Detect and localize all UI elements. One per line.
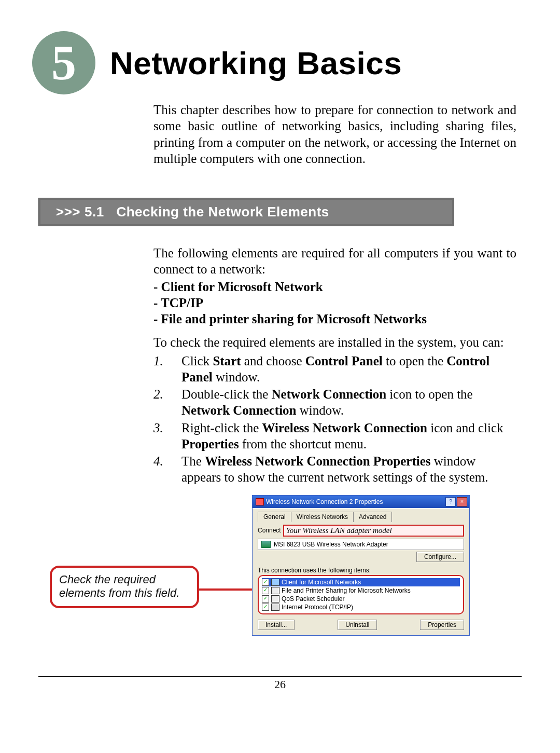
connection-items-list[interactable]: ✓ Client for Microsoft Networks ✓ File a…	[258, 575, 464, 614]
tab-strip: General Wireless Networks Advanced	[258, 512, 464, 522]
list-item[interactable]: ✓ Client for Microsoft Networks	[262, 578, 460, 586]
chapter-number-badge: 5	[32, 31, 95, 94]
service-icon	[271, 587, 279, 594]
callout-box: Check the required elements from this fi…	[50, 566, 199, 609]
list-item[interactable]: ✓ File and Printer Sharing for Microsoft…	[262, 586, 460, 595]
list-item-label: QoS Packet Scheduler	[282, 595, 344, 603]
uninstall-button[interactable]: Uninstall	[338, 620, 377, 630]
list-item-label: File and Printer Sharing for Microsoft N…	[282, 587, 411, 594]
section-title: Checking the Network Elements	[116, 204, 329, 220]
check-intro-text: To check the required elements are insta…	[153, 334, 516, 350]
checkbox-icon[interactable]: ✓	[262, 579, 269, 586]
section-number: 5.1	[85, 204, 104, 220]
section-prefix: >>>	[56, 204, 80, 220]
tab-panel-general: Connect Your Wireless LAN adapter model …	[258, 522, 464, 630]
items-label: This connection uses the following items…	[258, 567, 464, 574]
step-number: 2.	[153, 386, 181, 419]
section-heading-bar: >>> 5.1 Checking the Network Elements	[38, 198, 454, 226]
checkbox-icon[interactable]: ✓	[262, 595, 269, 603]
step-number: 3.	[153, 420, 181, 453]
connect-using-label: Connect	[258, 527, 281, 534]
dialog-title-icon	[256, 498, 264, 505]
required-item: - TCP/IP	[153, 295, 516, 311]
step-body: Click Start and choose Control Panel to …	[181, 353, 516, 386]
configure-button[interactable]: Configure...	[416, 552, 464, 562]
footer-rule	[38, 676, 522, 677]
adapter-name-field: MSI 6823 USB Wireless Network Adapter	[258, 539, 464, 550]
step-body: Double-click the Network Connection icon…	[181, 386, 516, 419]
checkbox-icon[interactable]: ✓	[262, 587, 269, 594]
required-item: - File and printer sharing for Microsoft…	[153, 311, 516, 327]
body-column: This chapter describes how to prepare fo…	[153, 102, 516, 167]
page: 5 Networking Basics This chapter describ…	[0, 0, 560, 697]
checkbox-icon[interactable]: ✓	[262, 604, 269, 611]
chapter-title: Networking Basics	[110, 45, 402, 81]
client-icon	[271, 579, 279, 586]
required-intro-text: The following elements are required for …	[153, 245, 516, 278]
tab-general[interactable]: General	[258, 512, 291, 522]
nic-icon	[261, 541, 271, 548]
install-button[interactable]: Install...	[258, 620, 295, 630]
page-number: 26	[0, 678, 560, 691]
adapter-name-text: MSI 6823 USB Wireless Network Adapter	[274, 541, 388, 548]
step-body: Right-click the Wireless Network Connect…	[181, 420, 516, 453]
step-body: The Wireless Network Connection Properti…	[181, 453, 516, 486]
list-item-label: Internet Protocol (TCP/IP)	[282, 604, 353, 611]
step-number: 4.	[153, 453, 181, 486]
dialog-title-text: Wireless Network Connection 2 Properties	[266, 498, 444, 505]
list-item-label: Client for Microsoft Networks	[282, 579, 361, 586]
steps-list: 1. Click Start and choose Control Panel …	[153, 353, 516, 486]
required-items-list: - Client for Microsoft Network - TCP/IP …	[153, 279, 516, 327]
list-item[interactable]: ✓ Internet Protocol (TCP/IP)	[262, 603, 460, 611]
required-item: - Client for Microsoft Network	[153, 279, 516, 295]
chapter-intro: This chapter describes how to prepare fo…	[153, 102, 516, 167]
properties-button[interactable]: Properties	[420, 620, 464, 630]
adapter-model-hint: Your Wireless LAN adapter model	[283, 525, 464, 537]
properties-dialog: Wireless Network Connection 2 Properties…	[252, 495, 470, 636]
list-item[interactable]: ✓ QoS Packet Scheduler	[262, 595, 460, 603]
callout-text: Check the required elements from this fi…	[52, 568, 197, 607]
step-number: 1.	[153, 353, 181, 386]
dialog-titlebar: Wireless Network Connection 2 Properties…	[253, 496, 469, 508]
dialog-help-button[interactable]: ?	[445, 497, 456, 506]
protocol-icon	[271, 604, 279, 611]
dialog-figure: Check the required elements from this fi…	[153, 495, 516, 682]
tab-wireless-networks[interactable]: Wireless Networks	[291, 512, 354, 522]
service-icon	[271, 595, 279, 603]
tab-advanced[interactable]: Advanced	[353, 512, 392, 522]
chapter-header: 5 Networking Basics	[32, 31, 522, 94]
dialog-close-button[interactable]: ×	[457, 497, 467, 506]
